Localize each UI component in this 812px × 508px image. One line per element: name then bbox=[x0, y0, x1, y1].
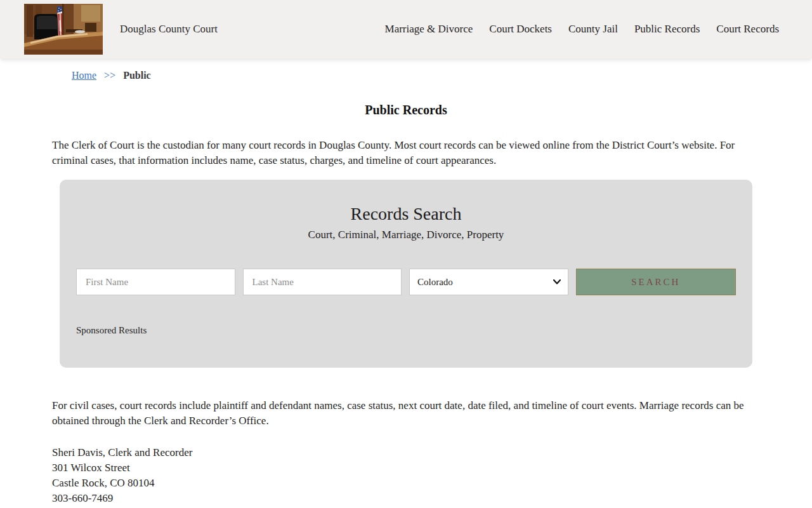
civil-paragraph: For civil cases, court records include p… bbox=[52, 398, 760, 429]
nav-court-records[interactable]: Court Records bbox=[716, 23, 779, 36]
breadcrumb-current: Public bbox=[123, 70, 151, 81]
state-select[interactable]: Colorado bbox=[409, 269, 568, 295]
last-name-field-wrap bbox=[243, 269, 402, 295]
nav-marriage-divorce[interactable]: Marriage & Divorce bbox=[385, 23, 473, 36]
breadcrumb-home-link[interactable]: Home bbox=[72, 70, 96, 81]
contact-info: Sheri Davis, Clerk and Recorder 301 Wilc… bbox=[52, 445, 760, 506]
site-title: Douglas County Court bbox=[120, 23, 218, 36]
site-header: Douglas County Court Marriage & Divorce … bbox=[0, 0, 812, 58]
contact-phone: 303-660-7469 bbox=[52, 491, 760, 506]
header-inner: Douglas County Court Marriage & Divorce … bbox=[0, 0, 812, 58]
courtroom-photo-icon bbox=[24, 4, 103, 55]
page-content: Home >> Public Public Records The Clerk … bbox=[52, 70, 760, 506]
main-nav: Marriage & Divorce Court Dockets County … bbox=[385, 23, 779, 36]
breadcrumb: Home >> Public bbox=[72, 70, 760, 81]
search-panel-title: Records Search bbox=[76, 204, 736, 224]
contact-city: Castle Rock, CO 80104 bbox=[52, 476, 760, 491]
contact-name: Sheri Davis, Clerk and Recorder bbox=[52, 445, 760, 460]
contact-street: 301 Wilcox Street bbox=[52, 460, 760, 476]
records-search-form: Colorado SEARCH bbox=[76, 269, 736, 295]
first-name-field-wrap bbox=[76, 269, 235, 295]
state-select-wrap: Colorado bbox=[409, 269, 568, 295]
last-name-input[interactable] bbox=[243, 269, 402, 295]
nav-court-dockets[interactable]: Court Dockets bbox=[489, 23, 552, 36]
search-button[interactable]: SEARCH bbox=[576, 269, 737, 295]
first-name-input[interactable] bbox=[76, 269, 235, 295]
records-search-panel: Records Search Court, Criminal, Marriage… bbox=[60, 180, 752, 368]
breadcrumb-separator: >> bbox=[104, 70, 115, 81]
sponsored-results-label: Sponsored Results bbox=[76, 325, 736, 336]
nav-public-records[interactable]: Public Records bbox=[634, 23, 700, 36]
page-title: Public Records bbox=[52, 103, 760, 117]
site-logo[interactable] bbox=[24, 4, 103, 55]
nav-county-jail[interactable]: County Jail bbox=[568, 23, 618, 36]
intro-paragraph: The Clerk of Court is the custodian for … bbox=[52, 138, 760, 168]
search-panel-subtitle: Court, Criminal, Marriage, Divorce, Prop… bbox=[76, 229, 736, 241]
